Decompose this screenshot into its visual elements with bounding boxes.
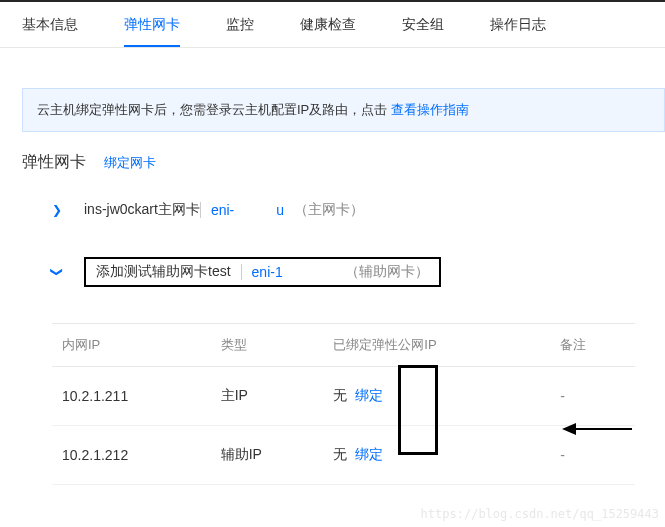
tab-sg[interactable]: 安全组: [402, 4, 444, 46]
cell-eip: 无 绑定: [323, 426, 550, 485]
tab-eni[interactable]: 弹性网卡: [124, 4, 180, 46]
col-remark: 备注: [550, 324, 635, 367]
cell-type: 辅助IP: [211, 426, 324, 485]
info-text: 云主机绑定弹性网卡后，您需登录云主机配置IP及路由，点击: [37, 102, 391, 117]
col-eip: 已绑定弹性公网IP: [323, 324, 550, 367]
nic-primary-eni-link[interactable]: eni-xxxxxxu: [200, 202, 284, 218]
arrow-icon: [562, 423, 632, 435]
col-ip: 内网IP: [52, 324, 211, 367]
table-row: 10.2.1.212 辅助IP 无 绑定 -: [52, 426, 635, 485]
tab-oplog[interactable]: 操作日志: [490, 4, 546, 46]
tab-health[interactable]: 健康检查: [300, 4, 356, 46]
nic-primary-name: ins-jw0ckart主网卡: [84, 201, 200, 219]
cell-ip: 10.2.1.211: [52, 367, 211, 426]
guide-link[interactable]: 查看操作指南: [391, 102, 469, 117]
table-row: 10.2.1.211 主IP 无 绑定 -: [52, 367, 635, 426]
tab-monitor[interactable]: 监控: [226, 4, 254, 46]
cell-remark: -: [550, 367, 635, 426]
nic-primary-type: （主网卡）: [294, 201, 364, 219]
section-title: 弹性网卡: [22, 152, 86, 173]
bind-nic-link[interactable]: 绑定网卡: [104, 154, 156, 172]
col-type: 类型: [211, 324, 324, 367]
collapse-icon[interactable]: ❯: [50, 265, 64, 279]
tab-bar: 基本信息 弹性网卡 监控 健康检查 安全组 操作日志: [0, 2, 665, 48]
expand-icon[interactable]: ❯: [50, 203, 64, 217]
cell-type: 主IP: [211, 367, 324, 426]
highlight-frame: 添加测试辅助网卡test eni-1xxxxxx （辅助网卡）: [84, 257, 441, 287]
bind-eip-link[interactable]: 绑定: [349, 383, 389, 409]
info-banner: 云主机绑定弹性网卡后，您需登录云主机配置IP及路由，点击 查看操作指南: [22, 88, 665, 132]
bind-eip-link[interactable]: 绑定: [349, 442, 389, 468]
nic-secondary-eni-link[interactable]: eni-1xxxxxx: [241, 264, 325, 280]
nic-secondary-row: ❯ 添加测试辅助网卡test eni-1xxxxxx （辅助网卡）: [22, 251, 665, 293]
nic-secondary-name: 添加测试辅助网卡test: [96, 263, 231, 281]
cell-eip: 无 绑定: [323, 367, 550, 426]
cell-ip: 10.2.1.212: [52, 426, 211, 485]
nic-primary-row: ❯ ins-jw0ckart主网卡 eni-xxxxxxu （主网卡）: [22, 191, 665, 229]
ip-table: 内网IP 类型 已绑定弹性公网IP 备注 10.2.1.211 主IP 无 绑定: [52, 323, 635, 485]
tab-basic[interactable]: 基本信息: [22, 4, 78, 46]
nic-secondary-type: （辅助网卡）: [345, 263, 429, 281]
